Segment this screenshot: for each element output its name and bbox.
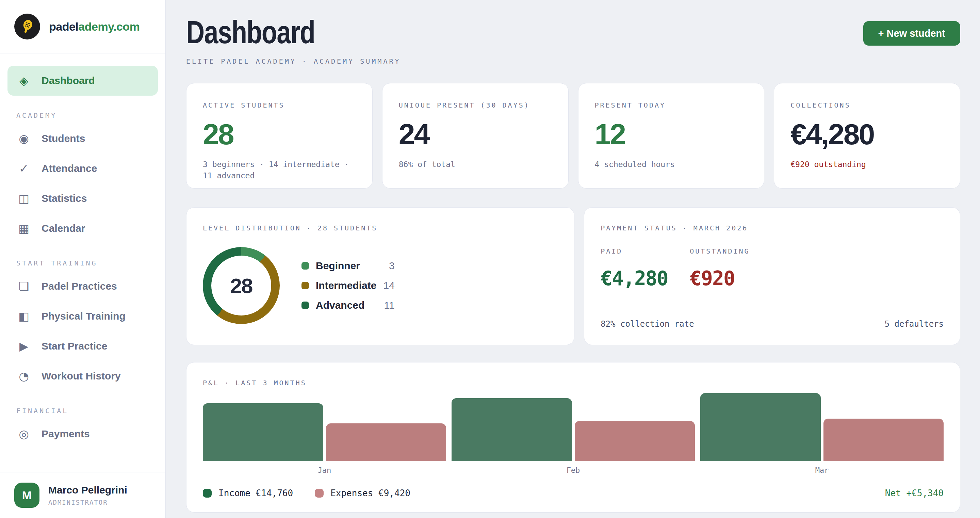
sidebar-item-physical-training[interactable]: ◧ Physical Training	[8, 301, 158, 331]
app-window: padelademy.com ◈ Dashboard ACADEMY ◉ Stu…	[0, 0, 980, 518]
payment-amounts: €4,280 €920	[601, 267, 943, 290]
legend-label: Advanced	[316, 300, 377, 311]
payment-column-labels: PAID OUTSTANDING	[601, 247, 943, 255]
stats-row: ACTIVE STUDENTS 28 3 beginners · 14 inte…	[186, 83, 960, 188]
user-role: ADMINISTRATOR	[48, 499, 127, 506]
dashboard-icon: ◈	[16, 74, 31, 88]
stat-card-unique-present: UNIQUE PRESENT (30 DAYS) 24 86% of total	[382, 83, 569, 188]
sidebar-item-calendar[interactable]: ▦ Calendar	[8, 214, 158, 243]
legend-count: 14	[383, 280, 395, 291]
bar-group-mar	[700, 393, 943, 461]
sidebar-item-label: Calendar	[41, 223, 85, 234]
pnl-card: P&L · LAST 3 MONTHS Jan Feb Mar	[186, 362, 960, 513]
intermediate-swatch	[301, 282, 309, 289]
user-profile[interactable]: M Marco Pellegrini ADMINISTRATOR	[0, 472, 165, 518]
legend-row-advanced: Advanced 11	[301, 300, 395, 311]
income-dot-icon	[203, 489, 212, 497]
legend-label: Beginner	[316, 260, 382, 272]
legend-item-income: Income €14,760	[203, 488, 293, 498]
legend-row-beginner: Beginner 3	[301, 260, 395, 272]
sidebar: padelademy.com ◈ Dashboard ACADEMY ◉ Stu…	[0, 0, 166, 518]
sidebar-item-workout-history[interactable]: ◔ Workout History	[8, 361, 158, 391]
sidebar-item-label: Padel Practices	[41, 281, 117, 292]
outstanding-label: OUTSTANDING	[690, 247, 943, 255]
level-distribution-card: LEVEL DISTRIBUTION · 28 STUDENTS 28 Begi…	[186, 207, 574, 345]
pnl-bar-chart	[203, 393, 943, 461]
x-tick-jan: Jan	[203, 466, 446, 475]
page-header: Dashboard ELITE PADEL ACADEMY · ACADEMY …	[186, 16, 960, 65]
legend-count: 3	[389, 260, 395, 272]
expenses-legend-text: Expenses €9,420	[331, 488, 410, 498]
logo-text-dark: padel	[49, 20, 78, 33]
pnl-x-axis: Jan Feb Mar	[203, 466, 943, 475]
stat-label: PRESENT TODAY	[595, 101, 748, 109]
main-content: Dashboard ELITE PADEL ACADEMY · ACADEMY …	[166, 0, 980, 518]
physical-training-icon: ◧	[16, 309, 31, 323]
stat-sub: 3 beginners · 14 intermediate · 11 advan…	[203, 159, 356, 182]
padel-practices-icon: ❏	[16, 279, 31, 293]
sidebar-item-label: Attendance	[41, 163, 97, 174]
stat-value: 12	[595, 120, 748, 149]
net-total: Net +€5,340	[885, 488, 943, 498]
income-bar-feb	[452, 398, 572, 461]
sidebar-item-attendance[interactable]: ✓ Attendance	[8, 153, 158, 183]
sidebar-item-label: Dashboard	[41, 75, 95, 86]
bar-group-feb	[452, 393, 695, 461]
clock-history-icon: ◔	[16, 369, 31, 383]
stat-sub-outstanding: €920 outstanding	[791, 159, 943, 170]
stat-label: ACTIVE STUDENTS	[203, 101, 356, 109]
legend-count: 11	[384, 300, 395, 311]
income-legend-text: Income €14,760	[218, 488, 293, 498]
sidebar-item-dashboard[interactable]: ◈ Dashboard	[8, 66, 158, 96]
page-header-text: Dashboard ELITE PADEL ACADEMY · ACADEMY …	[186, 16, 401, 65]
play-icon: ▶	[16, 339, 31, 353]
user-info: Marco Pellegrini ADMINISTRATOR	[48, 484, 127, 506]
expenses-bar-jan	[326, 423, 447, 461]
paid-amount: €4,280	[601, 267, 690, 290]
sidebar-item-statistics[interactable]: ◫ Statistics	[8, 183, 158, 214]
sidebar-item-label: Students	[41, 133, 85, 144]
padel-racket-icon	[14, 14, 40, 40]
donut-hole: 28	[211, 256, 271, 316]
sidebar-item-label: Physical Training	[41, 311, 126, 322]
stat-value: 28	[203, 120, 356, 149]
page-subtitle: ELITE PADEL ACADEMY · ACADEMY SUMMARY	[186, 57, 401, 65]
expenses-bar-mar	[824, 419, 944, 461]
new-student-button[interactable]: + New student	[863, 21, 960, 46]
sidebar-item-students[interactable]: ◉ Students	[8, 124, 158, 153]
user-name: Marco Pellegrini	[48, 484, 127, 496]
income-bar-mar	[700, 393, 821, 461]
sidebar-item-label: Payments	[41, 428, 90, 440]
sidebar-item-label: Start Practice	[41, 340, 107, 352]
expenses-bar-feb	[575, 421, 695, 461]
sidebar-item-label: Statistics	[41, 193, 87, 204]
x-tick-feb: Feb	[452, 466, 695, 475]
page-title: Dashboard	[186, 16, 358, 48]
stat-label: COLLECTIONS	[791, 101, 943, 109]
x-tick-mar: Mar	[700, 466, 943, 475]
legend-item-expenses: Expenses €9,420	[315, 488, 410, 498]
level-legend: Beginner 3 Intermediate 14 Advanced 11	[301, 260, 395, 311]
income-bar-jan	[203, 403, 323, 461]
paid-label: PAID	[601, 247, 690, 255]
level-donut-chart: 28	[203, 247, 280, 324]
payment-status-card: PAYMENT STATUS · MARCH 2026 PAID OUTSTAN…	[584, 207, 960, 345]
sidebar-item-payments[interactable]: ◎ Payments	[8, 419, 158, 449]
students-icon: ◉	[16, 132, 31, 145]
defaulters-text: 5 defaulters	[885, 319, 943, 329]
sidebar-nav: ◈ Dashboard ACADEMY ◉ Students ✓ Attenda…	[0, 53, 165, 472]
nav-section-start-training: START TRAINING	[16, 259, 158, 267]
level-distribution-label: LEVEL DISTRIBUTION · 28 STUDENTS	[203, 224, 558, 232]
advanced-swatch	[301, 301, 309, 309]
payment-footer: 82% collection rate 5 defaulters	[601, 319, 943, 329]
logo-text-green: ademy.com	[78, 20, 140, 33]
bar-group-jan	[203, 393, 446, 461]
stat-sub: 86% of total	[399, 159, 552, 170]
beginner-swatch	[301, 262, 309, 269]
logo[interactable]: padelademy.com	[0, 0, 165, 53]
sidebar-item-start-practice[interactable]: ▶ Start Practice	[8, 331, 158, 361]
payment-status-label: PAYMENT STATUS · MARCH 2026	[601, 224, 943, 232]
legend-label: Intermediate	[316, 280, 376, 291]
avatar: M	[14, 483, 40, 508]
sidebar-item-padel-practices[interactable]: ❏ Padel Practices	[8, 271, 158, 301]
